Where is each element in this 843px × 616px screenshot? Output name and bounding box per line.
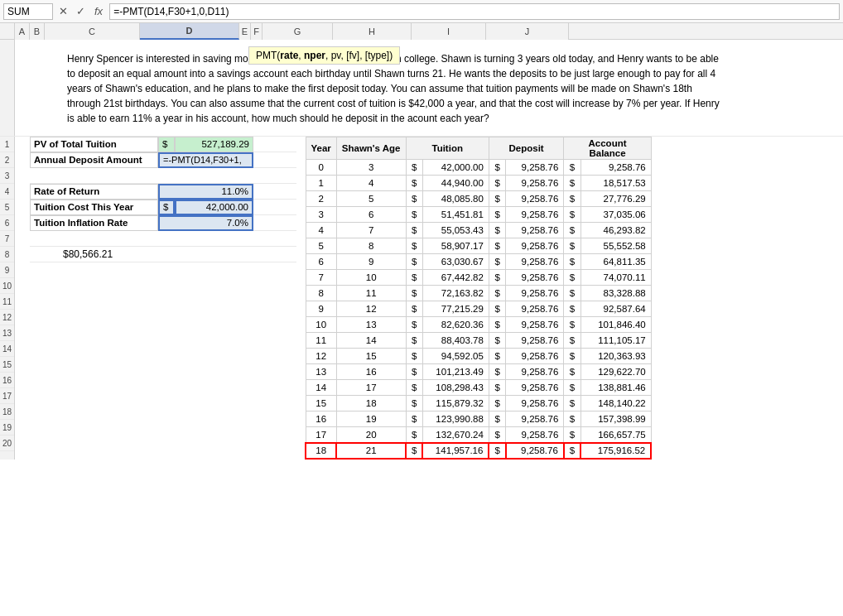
col-header-b[interactable]: B (30, 23, 45, 40)
col-header-i[interactable]: I (412, 23, 486, 40)
table-row: $ (564, 254, 580, 270)
table-row: 157,398.99 (580, 411, 651, 427)
table-row: $ (564, 160, 580, 176)
row-num-1 (0, 40, 15, 136)
table-row: 67,442.82 (422, 270, 489, 286)
inflation-row: Tuition Inflation Rate 7.0% (30, 215, 296, 231)
table-row: 13 (336, 317, 406, 333)
rn-5: 5 (0, 200, 14, 215)
table-row: 83,328.88 (580, 286, 651, 301)
rate-label: Rate of Return (30, 184, 158, 200)
table-row: 123,990.88 (422, 411, 489, 427)
col-header-d[interactable]: D (140, 23, 239, 40)
table-row: 77,215.29 (422, 301, 489, 317)
table-row: 101,213.49 (422, 364, 489, 380)
annual-formula[interactable]: =-PMT(D14,F30+1, (158, 152, 253, 168)
cancel-icon[interactable]: ✕ (56, 3, 70, 19)
table-row: 10 (306, 317, 336, 333)
table-row: 108,298.43 (422, 380, 489, 396)
table-row: $ (564, 286, 580, 301)
name-box[interactable] (3, 3, 53, 20)
table-row: 138,881.46 (580, 380, 651, 396)
table-row: 120,363.93 (580, 349, 651, 364)
table-row: 9,258.76 (506, 333, 564, 349)
tuition-table: Year Shawn's Age Tuition Deposit Account… (305, 137, 652, 460)
table-row: 5 (336, 191, 406, 207)
rn-8: 8 (0, 247, 14, 262)
table-row: $ (489, 176, 505, 191)
rn-16: 16 (0, 373, 14, 388)
table-row: $ (564, 427, 580, 443)
col-header-j[interactable]: J (486, 23, 569, 40)
table-row: 20 (336, 427, 406, 443)
left-panel: PV of Total Tuition $ 527,189.29 Annual … (15, 137, 296, 460)
rn-11: 11 (0, 294, 14, 310)
col-header-c[interactable]: C (45, 23, 140, 40)
table-row: 9 (306, 301, 336, 317)
table-row: 14 (306, 380, 336, 396)
confirm-icon[interactable]: ✓ (74, 3, 88, 19)
rn-6: 6 (0, 215, 14, 231)
table-row: $ (564, 380, 580, 396)
table-row: 48,085.80 (422, 191, 489, 207)
table-row: 9,258.76 (580, 160, 651, 176)
table-row: 9,258.76 (506, 317, 564, 333)
rate-row: Rate of Return 11.0% (30, 184, 296, 200)
col-deposit: Deposit (489, 137, 563, 160)
table-row: 9 (336, 254, 406, 270)
formula-input[interactable] (109, 3, 840, 20)
table-row: $ (406, 364, 422, 380)
table-row: 16 (306, 411, 336, 427)
col-header-g[interactable]: G (263, 23, 333, 40)
rn-18: 18 (0, 404, 14, 420)
table-row: 101,846.40 (580, 317, 651, 333)
rn-14: 14 (0, 341, 14, 357)
inflation-value[interactable]: 7.0% (158, 215, 253, 231)
table-row: 17 (306, 427, 336, 443)
table-row: $ (406, 238, 422, 254)
table-row: 64,811.35 (580, 254, 651, 270)
rate-value[interactable]: 11.0% (158, 184, 253, 200)
table-row: $ (489, 191, 505, 207)
table-row: 63,030.67 (422, 254, 489, 270)
table-row: 9,258.76 (506, 427, 564, 443)
col-header-f[interactable]: F (251, 23, 263, 40)
table-row: $ (406, 396, 422, 411)
rn-10: 10 (0, 278, 14, 294)
rn-2: 2 (0, 152, 14, 168)
table-row: $ (489, 427, 505, 443)
table-row: $ (406, 176, 422, 191)
table-row: 115,879.32 (422, 396, 489, 411)
table-row: 166,657.75 (580, 427, 651, 443)
table-row: $ (489, 270, 505, 286)
rn-1: 1 (0, 137, 14, 152)
table-row: $ (489, 443, 505, 459)
table-row: 9,258.76 (506, 349, 564, 364)
tuition-value[interactable]: 42,000.00 (175, 200, 253, 215)
annual-row: Annual Deposit Amount =-PMT(D14,F30+1, (30, 152, 296, 168)
col-header-h[interactable]: H (333, 23, 412, 40)
table-row: 5 (306, 238, 336, 254)
col-age: Shawn's Age (336, 137, 406, 160)
table-row: $ (489, 160, 505, 176)
table-row: $ (489, 238, 505, 254)
table-row: 9,258.76 (506, 301, 564, 317)
col-header-a[interactable]: A (15, 23, 30, 40)
table-row: $ (406, 427, 422, 443)
table-row: 88,403.78 (422, 333, 489, 349)
table-row: $ (489, 286, 505, 301)
table-row: $ (406, 223, 422, 238)
table-row: $ (406, 411, 422, 427)
table-row: $ (564, 396, 580, 411)
table-row: $ (406, 301, 422, 317)
rn-12: 12 (0, 310, 14, 325)
col-header-e[interactable]: E (239, 23, 251, 40)
table-row: $ (489, 396, 505, 411)
rn-20: 20 (0, 436, 14, 451)
pv-dollar: $ (158, 137, 175, 152)
table-row: 9,258.76 (506, 286, 564, 301)
pv-label: PV of Total Tuition (30, 137, 158, 152)
inflation-label: Tuition Inflation Rate (30, 215, 158, 231)
table-row: 9,258.76 (506, 411, 564, 427)
left-section: 1 2 3 4 5 6 7 8 9 10 11 12 13 14 15 16 1… (0, 137, 296, 460)
